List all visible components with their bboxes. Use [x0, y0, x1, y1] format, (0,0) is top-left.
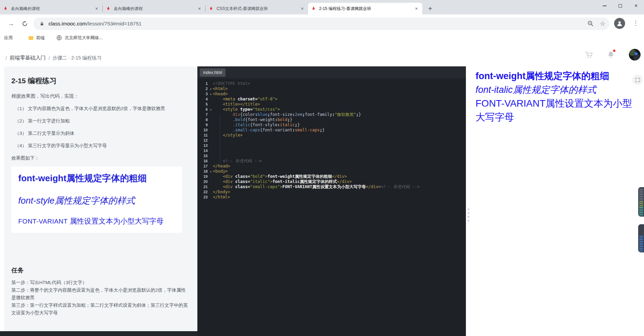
browser-tab-1[interactable]: 走向巅峰的课程 ×	[0, 3, 102, 14]
breadcrumb-course-link[interactable]: 前端零基础入门	[10, 55, 46, 61]
globe-icon[interactable]	[56, 35, 62, 41]
cart-icon[interactable]	[584, 50, 593, 59]
code-line: 9 .italic{font-style:italic;}	[197, 122, 466, 128]
editor-header: index.html	[197, 66, 466, 78]
breadcrumb-lesson: 步骤二 · 2-15 编程练习	[53, 55, 101, 61]
site-header: / 前端零基础入门 / 步骤二 · 2-15 编程练习	[0, 43, 644, 67]
panel-resize-handle[interactable]	[468, 208, 469, 221]
header-icons	[584, 49, 641, 61]
page-left-gutter	[0, 66, 4, 331]
effect-line-bold: font-weight属性规定字体的粗细	[18, 172, 175, 184]
code-line: 23</html>	[197, 195, 466, 200]
code-line: 3<head>	[197, 91, 466, 97]
code-line: 6 <style type="text/css">	[197, 107, 466, 112]
code-line: 10 .small-caps{font-variant:small-caps;}	[197, 128, 466, 133]
url-path: /lesson/753#mid=18751	[87, 21, 142, 26]
requirement-item: （2） 第一行文字进行加粗	[11, 118, 190, 124]
fullscreen-icon[interactable]	[632, 75, 643, 85]
preview-line-italic: font-italic属性规定字体的样式	[476, 83, 641, 97]
code-line: 4 <meta charset="utf-8">	[197, 97, 466, 102]
tab-close-icon[interactable]: ×	[196, 6, 203, 12]
lock-icon[interactable]	[40, 21, 44, 26]
requirement-item: （4） 第三行文字的字母显示为小型大写字母	[11, 143, 190, 149]
preview-line-smallcaps: FONT-VARIANT属性设置文本为小型大写字母	[476, 97, 641, 124]
horizontal-scrollbar-thumb[interactable]	[0, 331, 197, 336]
code-line: 11 </style>	[197, 133, 466, 138]
code-line: 18<body>	[197, 169, 466, 174]
tab-title: 2-15 编程练习-慕课网就业班	[319, 6, 411, 12]
zoom-out-icon[interactable]	[587, 20, 594, 27]
imooc-flame-icon	[3, 6, 8, 11]
edge-widget-minimap-bottom[interactable]	[638, 224, 644, 252]
code-line: 14	[197, 148, 466, 153]
code-area[interactable]: 1<!DOCTYPE html>2<html>3<head>4 <meta ch…	[197, 78, 466, 336]
window-controls: ×	[597, 0, 644, 12]
bookmark-apps[interactable]: 应用	[4, 35, 13, 41]
minimize-button[interactable]	[597, 0, 612, 12]
tab-close-icon[interactable]: ×	[94, 6, 100, 12]
task-step: 第三步：第一行文字样式设置为加粗；第二行文字样式设置为斜体；第三行文字中的英文设…	[11, 302, 190, 317]
tab-strip: 走向巅峰的课程 × 走向巅峰的课程 × CSS文本样式-慕课网就业班 × 2-1…	[0, 0, 644, 14]
task-list: 第一步：写出HTML代码（3行文字） 第二步：将整个的文字内容颜色设置为蓝色，字…	[11, 279, 190, 317]
breadcrumb-slash: /	[6, 55, 7, 61]
result-preview: font-weight属性规定字体的粗细 font-italic属性规定字体的样…	[466, 66, 644, 336]
bookmark-star-icon[interactable]: ☆	[600, 20, 605, 28]
requirement-item: （3） 第二行文字显示为斜体	[11, 130, 190, 137]
indent-guide	[220, 115, 220, 164]
imooc-flame-icon	[106, 6, 111, 11]
exercise-panel: 2-15 编程练习 根据效果图，写出代码，实现： （1） 文字内容颜色为蓝色，字…	[4, 66, 197, 331]
folder-icon[interactable]	[29, 36, 33, 40]
task-step: 第一步：写出HTML代码（3行文字）	[11, 279, 190, 286]
profile-avatar-icon[interactable]	[614, 18, 625, 29]
code-line: 16 <!-- 补充代码 -->	[197, 159, 466, 164]
code-editor[interactable]: index.html 1<!DOCTYPE html>2<html>3<head…	[197, 66, 466, 336]
code-line: 17</head>	[197, 164, 466, 169]
tab-close-icon[interactable]: ×	[299, 6, 305, 12]
tab-title: 走向巅峰的课程	[11, 6, 91, 12]
code-line: 12	[197, 138, 466, 143]
forward-icon[interactable]: →	[7, 20, 15, 28]
task-step: 第二步：将整个的文字内容颜色设置为蓝色，字体大小是浏览器默认的2倍，字体属性是微…	[11, 286, 190, 302]
browser-tab-3[interactable]: CSS文本样式-慕课网就业班 ×	[206, 3, 308, 14]
task-title: 任务	[11, 266, 190, 274]
address-bar[interactable]: class.imooc.com/lesson/753#mid=18751 ☆	[33, 18, 610, 30]
breadcrumb-slash: /	[48, 55, 50, 61]
preview-line-bold: font-weight属性规定字体的粗细	[476, 69, 641, 83]
code-line: 15	[197, 153, 466, 159]
notification-badge	[613, 50, 615, 52]
browser-menu-icon[interactable]: ⋮	[632, 19, 639, 27]
requirement-item: （1） 文字内容颜色为蓝色，字体大小是浏览器默的2倍，字体是微软雅黑	[11, 106, 190, 112]
browser-tab-2[interactable]: 走向巅峰的课程 ×	[103, 3, 205, 14]
code-line: 7 div{color:blue;font-size:2em;font-fami…	[197, 112, 466, 117]
code-line: 8 .bold{font-weight:bold;}	[197, 117, 466, 122]
new-tab-button[interactable]: +	[425, 4, 435, 13]
editor-file-tab[interactable]: index.html	[200, 68, 226, 77]
exercise-title: 2-15 编程练习	[11, 76, 190, 86]
bookmark-site-bnu[interactable]: 北京师范大学网络...	[65, 35, 102, 41]
bookmark-folder-frontend[interactable]: 前端	[36, 35, 45, 41]
browser-tab-4-active[interactable]: 2-15 编程练习-慕课网就业班 ×	[308, 3, 422, 14]
effect-line-smallcaps: FONT-VARIANT 属性设置文本为小型大写字母	[18, 216, 175, 226]
effect-image: font-weight属性规定字体的粗细 font-style属性规定字体的样式…	[11, 166, 182, 233]
code-line: 20 <div class="italic">font-italic属性规定字体…	[197, 179, 466, 184]
code-line: 2<html>	[197, 86, 466, 91]
notification-bell-icon[interactable]	[607, 51, 615, 59]
effect-line-italic: font-style属性规定字体的样式	[18, 195, 175, 207]
reload-icon[interactable]	[21, 21, 29, 27]
tab-title: CSS文本样式-慕课网就业班	[217, 6, 297, 12]
code-line: 19 <div class="bold">font-weight属性规定字体的粗…	[197, 174, 466, 179]
code-line: 21 <div class="small-caps">FONT-VARIANT属…	[197, 184, 466, 189]
maximize-button[interactable]	[612, 0, 628, 12]
code-line: 22</body>	[197, 189, 466, 195]
effect-image-label: 效果图如下：	[11, 155, 190, 161]
edge-widget-minimap-top[interactable]	[638, 187, 644, 217]
exercise-intro: 根据效果图，写出代码，实现：	[11, 93, 190, 99]
tab-close-icon[interactable]: ×	[413, 6, 419, 12]
code-line: 1<!DOCTYPE html>	[197, 81, 466, 86]
breadcrumb: / 前端零基础入门 / 步骤二 · 2-15 编程练习	[3, 55, 101, 61]
user-avatar[interactable]	[629, 49, 641, 61]
close-button[interactable]: ×	[628, 0, 644, 12]
url-text: class.imooc.com/lesson/753#mid=18751	[48, 21, 142, 26]
tab-title: 走向巅峰的课程	[114, 6, 194, 12]
imooc-flame-icon	[208, 6, 214, 11]
